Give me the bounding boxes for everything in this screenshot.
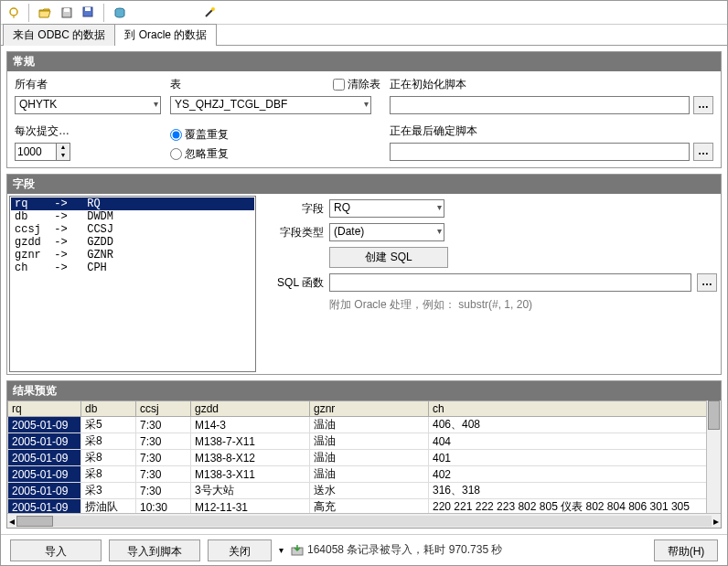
import-script-button[interactable]: 导入到脚本 xyxy=(109,539,200,561)
list-item[interactable]: gznr -> GZNR xyxy=(11,249,254,262)
overwrite-radio[interactable]: 覆盖重复 xyxy=(170,127,380,143)
table-label: 表 xyxy=(170,77,188,92)
horizontal-scrollbar[interactable]: ◂ ▸ xyxy=(7,513,721,528)
field-type-select[interactable]: (Date) xyxy=(329,223,444,241)
owner-select[interactable]: QHYTK xyxy=(15,96,161,114)
status-text: 164058 条记录被导入，耗时 970.735 秒 xyxy=(307,542,502,558)
preview-header: 结果预览 xyxy=(7,381,721,400)
spin-up-icon[interactable]: ▲ xyxy=(57,144,70,152)
list-item[interactable]: gzdd -> GZDD xyxy=(11,236,254,249)
bulb-icon[interactable] xyxy=(5,4,23,22)
general-header: 常规 xyxy=(7,52,721,71)
sqlfunc-label: SQL 函数 xyxy=(265,275,324,291)
final-script-browse-button[interactable]: … xyxy=(693,143,713,161)
table-select[interactable]: YS_QHZJ_TCGL_DBF xyxy=(170,96,371,114)
create-sql-button[interactable]: 创建 SQL xyxy=(329,247,448,268)
list-item[interactable]: ch -> CPH xyxy=(11,262,254,274)
tab-odbc[interactable]: 来自 ODBC 的数据 xyxy=(3,24,115,46)
owner-label: 所有者 xyxy=(15,77,161,92)
column-header[interactable]: db xyxy=(81,401,136,417)
column-header[interactable]: ccsj xyxy=(136,401,191,417)
init-script-input[interactable] xyxy=(390,96,690,114)
save-icon[interactable] xyxy=(58,4,76,22)
final-script-input[interactable] xyxy=(390,143,690,161)
bottom-bar: 导入 导入到脚本 关闭 ▾ 164058 条记录被导入，耗时 970.735 秒… xyxy=(1,534,727,565)
skip-radio[interactable]: 忽略重复 xyxy=(170,146,380,162)
commit-label: 每次提交… xyxy=(15,123,161,139)
preview-section: 结果预览 rqdbccsjgzddgznrch2005-01-09采57:30M… xyxy=(6,380,722,529)
table-row[interactable]: 2005-01-09采87:30M138-8-X12温油401 xyxy=(8,450,721,466)
column-header[interactable]: gzdd xyxy=(191,401,310,417)
column-header[interactable]: gznr xyxy=(310,401,429,417)
spin-down-icon[interactable]: ▼ xyxy=(57,152,70,160)
column-header[interactable]: ch xyxy=(429,401,721,417)
import-status-icon xyxy=(291,544,304,557)
fields-section: 字段 rq -> RQdb -> DWDMccsj -> CCSJgzdd ->… xyxy=(6,174,722,375)
sqlfunc-hint: 附加 Oracle 处理，例如： substr(#, 1, 20) xyxy=(329,297,717,313)
init-script-label: 正在初始化脚本 xyxy=(390,77,713,92)
field-type-label: 字段类型 xyxy=(265,225,324,240)
table-row[interactable]: 2005-01-09采87:30M138-3-X11温油402 xyxy=(8,466,721,483)
preview-grid-wrap[interactable]: rqdbccsjgzddgznrch2005-01-09采57:30M14-3温… xyxy=(7,400,721,513)
field-mapping-listbox[interactable]: rq -> RQdb -> DWDMccsj -> CCSJgzdd -> GZ… xyxy=(9,196,256,372)
table-row[interactable]: 2005-01-09采87:30M138-7-X11温油404 xyxy=(8,433,721,450)
column-header[interactable]: rq xyxy=(8,401,81,417)
fields-header: 字段 xyxy=(7,175,721,194)
sqlfunc-browse-button[interactable]: … xyxy=(697,273,717,292)
scroll-right-icon[interactable]: ▸ xyxy=(713,515,719,528)
svg-point-8 xyxy=(211,7,215,11)
tab-oracle[interactable]: 到 Oracle 的数据 xyxy=(114,24,217,46)
svg-rect-3 xyxy=(64,8,70,12)
list-item[interactable]: ccsj -> CCSJ xyxy=(11,223,254,236)
scroll-left-icon[interactable]: ◂ xyxy=(9,515,15,528)
source-tabs: 来自 ODBC 的数据 到 Oracle 的数据 xyxy=(1,25,727,45)
cleartable-checkbox[interactable]: 清除表 xyxy=(333,77,380,92)
table-row[interactable]: 2005-01-09捞油队10:30M12-11-31高充220 221 222… xyxy=(8,499,721,514)
general-section: 常规 所有者 QHYTK 每次提交… ▲▼ 表 清除表 xyxy=(6,51,722,168)
commit-input[interactable] xyxy=(15,143,57,161)
table-row[interactable]: 2005-01-09采57:30M14-3温油406、408 xyxy=(8,417,721,433)
svg-point-0 xyxy=(10,8,17,16)
commit-spinner[interactable]: ▲▼ xyxy=(15,143,161,161)
import-button[interactable]: 导入 xyxy=(10,539,102,561)
sqlfunc-input[interactable] xyxy=(329,273,691,292)
save-as-icon[interactable] xyxy=(80,4,98,22)
list-item[interactable]: rq -> RQ xyxy=(11,198,254,210)
list-item[interactable]: db -> DWDM xyxy=(11,210,254,223)
svg-rect-5 xyxy=(85,7,91,11)
preview-grid[interactable]: rqdbccsjgzddgznrch2005-01-09采57:30M14-3温… xyxy=(7,400,721,513)
field-label: 字段 xyxy=(265,201,324,217)
database-icon[interactable] xyxy=(111,4,129,22)
init-script-browse-button[interactable]: … xyxy=(693,96,713,114)
field-select[interactable]: RQ xyxy=(329,199,444,218)
final-script-label: 正在最后确定脚本 xyxy=(390,123,713,139)
main-toolbar xyxy=(1,1,727,25)
open-icon[interactable] xyxy=(36,4,54,22)
table-row[interactable]: 2005-01-09采37:303号大站送水316、318 xyxy=(8,483,721,499)
close-button[interactable]: 关闭 xyxy=(208,539,272,561)
help-button[interactable]: 帮助(H) xyxy=(654,539,718,561)
chevron-down-icon[interactable]: ▾ xyxy=(279,545,284,555)
wizard-icon[interactable] xyxy=(200,4,219,22)
vertical-scrollbar[interactable] xyxy=(706,400,721,513)
